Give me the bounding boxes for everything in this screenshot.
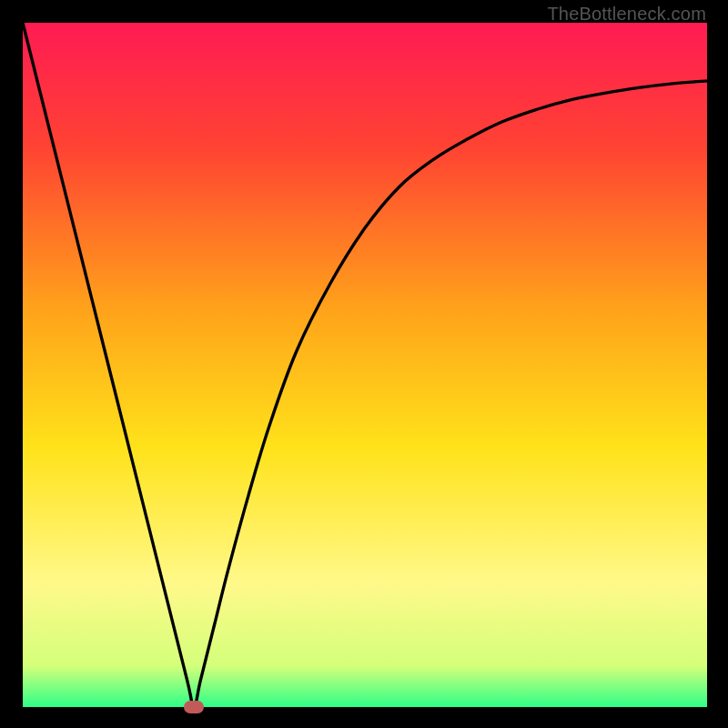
bottleneck-curve — [23, 23, 707, 707]
watermark-text: TheBottleneck.com — [547, 4, 706, 25]
optimum-marker — [184, 701, 204, 713]
chart-frame — [23, 23, 707, 707]
chart-curve-layer — [23, 23, 707, 707]
